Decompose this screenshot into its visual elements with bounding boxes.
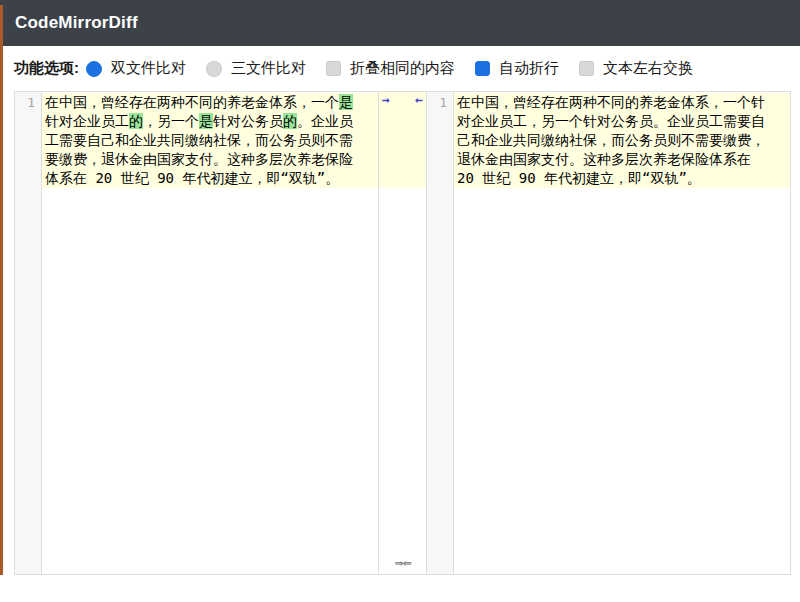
radio-icon[interactable] <box>206 61 222 77</box>
editor-line[interactable]: 对企业员工，另一个针对公务员。企业员工需要自 <box>454 112 790 131</box>
editor-text: 退休金由国家支付。这种多层次养老保险体系在 <box>457 151 751 167</box>
diff-inserted-text: 的 <box>283 113 297 129</box>
option-label: 三文件比对 <box>231 59 306 78</box>
checkbox-icon[interactable] <box>326 61 341 76</box>
editor-text: 己和企业共同缴纳社保，而公务员则不需要缴费， <box>457 132 765 148</box>
option-label: 双文件比对 <box>111 59 186 78</box>
editor-line[interactable]: 退休金由国家支付。这种多层次养老保险体系在 <box>454 150 790 169</box>
app-title: CodeMirrorDiff <box>15 13 138 33</box>
option-auto-wrap[interactable]: 自动折行 <box>475 59 559 78</box>
editor-line[interactable]: 针对企业员工的，另一个是针对公务员的。企业员 <box>42 112 378 131</box>
editor-line[interactable]: 20 世纪 90 年代初建立，即“双轨”。 <box>454 169 790 188</box>
editor-text: 工需要自己和企业共同缴纳社保，而公务员则不需 <box>45 132 353 148</box>
diff-inserted-text: 是 <box>199 113 213 129</box>
radio-icon[interactable] <box>86 61 102 77</box>
right-line-number-gutter: 1 <box>427 92 454 574</box>
option-label: 折叠相同的内容 <box>350 59 455 78</box>
page: { "header": { "title": "CodeMirrorDiff" … <box>0 0 800 602</box>
editor-text: 在中国，曾经存在两种不同的养老金体系，一个 <box>45 94 339 110</box>
editor-text: 20 世纪 90 年代初建立，即“双轨”。 <box>457 170 701 186</box>
editor-line[interactable]: 要缴费，退休金由国家支付。这种多层次养老保险 <box>42 150 378 169</box>
editor-text: ，另一个 <box>143 113 199 129</box>
editor-text: 体系在 20 世纪 90 年代初建立，即“双轨”。 <box>45 170 339 186</box>
option-two-file-diff[interactable]: 双文件比对 <box>86 59 186 78</box>
editor-text: 针对公务员 <box>213 113 283 129</box>
editor-text: 对企业员工，另一个针对公务员。企业员工需要自 <box>457 113 765 129</box>
editor-line[interactable]: 工需要自己和企业共同缴纳社保，而公务员则不需 <box>42 131 378 150</box>
copy-to-left-button[interactable]: ← <box>415 92 423 108</box>
scroll-lock-toggle-icon[interactable]: ⇛⇚ <box>394 558 410 570</box>
editor-text: 针对企业员工 <box>45 113 129 129</box>
option-label: 自动折行 <box>499 59 559 78</box>
option-collapse-identical[interactable]: 折叠相同的内容 <box>326 59 455 78</box>
merge-view: 1 在中国，曾经存在两种不同的养老金体系，一个是针对企业员工的，另一个是针对公务… <box>14 91 791 575</box>
option-label: 文本左右交换 <box>603 59 693 78</box>
editor-line[interactable]: 体系在 20 世纪 90 年代初建立，即“双轨”。 <box>42 169 378 188</box>
option-swap-text[interactable]: 文本左右交换 <box>579 59 693 78</box>
editor-line[interactable]: 在中国，曾经存在两种不同的养老金体系，一个针 <box>454 93 790 112</box>
editor-line[interactable]: 己和企业共同缴纳社保，而公务员则不需要缴费， <box>454 131 790 150</box>
diff-inserted-text: 是 <box>339 94 353 110</box>
editor-text: 在中国，曾经存在两种不同的养老金体系，一个针 <box>457 94 765 110</box>
toolbar-label: 功能选项: <box>14 59 79 78</box>
left-line-number-gutter: 1 <box>15 92 42 574</box>
app-header: CodeMirrorDiff <box>0 0 800 46</box>
checkbox-icon[interactable] <box>475 61 490 76</box>
toolbar-options: 双文件比对三文件比对折叠相同的内容自动折行文本左右交换 <box>86 59 713 78</box>
options-toolbar: 功能选项: 双文件比对三文件比对折叠相同的内容自动折行文本左右交换 <box>0 46 800 91</box>
option-three-file-diff[interactable]: 三文件比对 <box>206 59 306 78</box>
line-number: 1 <box>15 93 35 112</box>
line-number: 1 <box>427 93 447 112</box>
left-editor-content[interactable]: 在中国，曾经存在两种不同的养老金体系，一个是针对企业员工的，另一个是针对公务员的… <box>42 92 378 574</box>
merge-gap: → ← ⇛⇚ <box>378 92 427 574</box>
editor-text: 。企业员 <box>297 113 353 129</box>
checkbox-icon[interactable] <box>579 61 594 76</box>
left-editor: 1 在中国，曾经存在两种不同的养老金体系，一个是针对企业员工的，另一个是针对公务… <box>15 92 378 574</box>
copy-to-right-button[interactable]: → <box>382 92 390 108</box>
diff-inserted-text: 的 <box>129 113 143 129</box>
right-editor: 1 在中国，曾经存在两种不同的养老金体系，一个针对企业员工，另一个针对公务员。企… <box>427 92 790 574</box>
editor-text: 要缴费，退休金由国家支付。这种多层次养老保险 <box>45 151 353 167</box>
editor-line[interactable]: 在中国，曾经存在两种不同的养老金体系，一个是 <box>42 93 378 112</box>
window-edge-strip <box>0 5 3 575</box>
right-editor-content[interactable]: 在中国，曾经存在两种不同的养老金体系，一个针对企业员工，另一个针对公务员。企业员… <box>454 92 790 574</box>
